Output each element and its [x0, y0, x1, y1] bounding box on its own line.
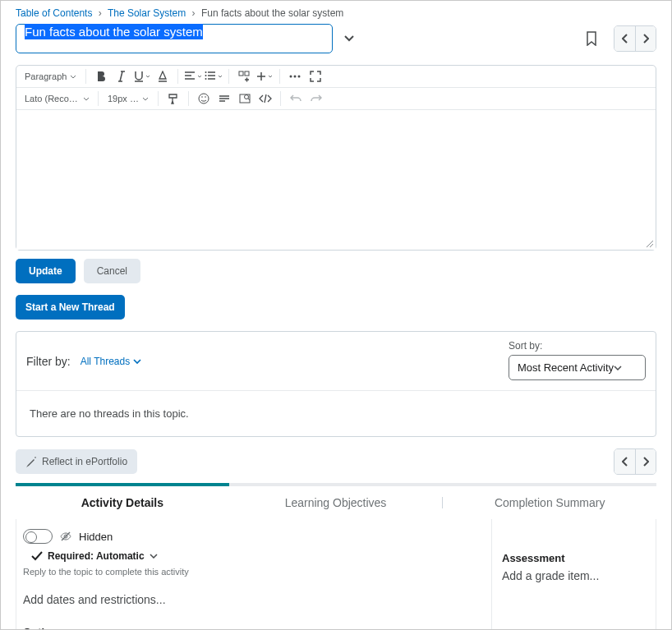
insert-icon: [238, 71, 250, 82]
svg-point-9: [201, 96, 203, 98]
sort-select[interactable]: Most Recent Activity: [509, 355, 646, 380]
prev-button[interactable]: [614, 449, 635, 474]
editor-content[interactable]: [16, 110, 656, 250]
font-select[interactable]: Lato (Recom…: [21, 91, 92, 106]
add-grade-link[interactable]: Add a grade item...: [502, 569, 599, 582]
a11y-icon: [239, 93, 251, 104]
chevron-left-icon: [622, 457, 628, 467]
resize-handle-icon[interactable]: [646, 240, 654, 248]
breadcrumb-link[interactable]: Table of Contents: [16, 7, 92, 19]
svg-point-5: [290, 76, 292, 78]
chevron-down-icon: [344, 35, 354, 42]
emoji-icon: [198, 93, 209, 104]
format-paint-button[interactable]: [164, 90, 182, 108]
fullscreen-icon: [310, 71, 321, 82]
chevron-right-icon: ›: [99, 7, 102, 19]
breadcrumb: Table of Contents › The Solar System › F…: [1, 1, 671, 24]
chevron-down-icon: [133, 359, 141, 364]
reflect-button[interactable]: Reflect in ePortfolio: [16, 449, 137, 474]
empty-threads-message: There are no threads in this topic.: [16, 391, 656, 436]
svg-point-6: [294, 76, 297, 78]
italic-button[interactable]: [113, 67, 131, 85]
svg-point-2: [205, 78, 207, 80]
fullscreen-button[interactable]: [306, 67, 324, 85]
completion-help: Reply to the topic to complete this acti…: [23, 567, 485, 577]
svg-rect-3: [239, 71, 243, 76]
activity-details-panel: Hidden Required: Automatic Reply to the …: [16, 519, 656, 630]
check-icon: [31, 551, 43, 561]
source-button[interactable]: [256, 90, 274, 108]
undo-button[interactable]: [287, 90, 305, 108]
equation-button[interactable]: [215, 90, 233, 108]
underline-button[interactable]: [133, 67, 151, 85]
editor-toolbar-2: Lato (Recom… 19px …: [16, 88, 656, 110]
details-tabs: Activity Details Learning Objectives Com…: [16, 483, 656, 519]
sort-label: Sort by:: [509, 340, 646, 352]
underline-icon: [134, 71, 144, 82]
svg-point-0: [205, 71, 207, 73]
chevron-down-icon: [83, 97, 89, 101]
rich-text-editor: Paragraph Lato (Recom… 19px …: [16, 65, 656, 251]
editor-toolbar-1: Paragraph: [16, 66, 656, 88]
threads-panel: Filter by: All Threads Sort by: Most Rec…: [16, 331, 656, 437]
list-button[interactable]: [205, 67, 223, 85]
prev-button[interactable]: [614, 26, 635, 51]
cancel-button[interactable]: Cancel: [84, 259, 140, 283]
svg-point-12: [244, 95, 248, 99]
section-nav: [614, 448, 656, 475]
tab-completion-summary[interactable]: Completion Summary: [443, 486, 656, 519]
emoji-button[interactable]: [195, 90, 213, 108]
paragraph-select[interactable]: Paragraph: [21, 69, 80, 84]
redo-button[interactable]: [307, 90, 325, 108]
chevron-left-icon: [622, 34, 628, 44]
visibility-label: Hidden: [79, 531, 113, 543]
chevron-right-icon: [642, 34, 649, 44]
visibility-toggle[interactable]: [23, 529, 53, 544]
format-color-button[interactable]: [154, 67, 172, 85]
chevron-down-icon: [218, 75, 223, 78]
add-dates-link[interactable]: Add dates and restrictions...: [23, 593, 485, 606]
plus-icon: [256, 71, 266, 81]
bold-button[interactable]: [92, 67, 110, 85]
update-button[interactable]: Update: [16, 259, 76, 283]
next-button[interactable]: [635, 26, 656, 51]
text-color-icon: [157, 71, 168, 82]
svg-rect-4: [245, 71, 249, 76]
equation-icon: [219, 94, 230, 103]
tab-activity-details[interactable]: Activity Details: [16, 486, 229, 519]
chevron-down-icon: [614, 366, 622, 370]
code-icon: [259, 94, 272, 103]
content-nav: [614, 25, 656, 52]
size-select[interactable]: 19px …: [104, 91, 152, 106]
tab-learning-objectives[interactable]: Learning Objectives: [229, 486, 443, 519]
title-dropdown[interactable]: [341, 30, 357, 47]
chevron-down-icon: [70, 75, 76, 79]
list-icon: [205, 71, 216, 81]
eye-off-icon: [59, 530, 72, 543]
next-button[interactable]: [635, 449, 656, 474]
bold-icon: [96, 71, 106, 82]
svg-point-8: [199, 94, 209, 103]
accessibility-button[interactable]: [236, 90, 254, 108]
chevron-down-icon: [268, 75, 273, 78]
plus-button[interactable]: [255, 67, 274, 85]
required-label: Required: Automatic: [48, 550, 145, 562]
start-thread-button[interactable]: Start a New Thread: [16, 295, 125, 320]
title-input[interactable]: Fun facts about the solar system: [16, 24, 333, 53]
assessment-heading: Assessment: [502, 552, 646, 564]
chevron-right-icon: ›: [192, 7, 196, 19]
bookmark-icon: [586, 31, 597, 46]
reflect-icon: [25, 456, 37, 467]
chevron-down-icon[interactable]: [150, 554, 158, 559]
svg-point-1: [205, 75, 207, 76]
breadcrumb-link[interactable]: The Solar System: [108, 7, 186, 19]
align-icon: [184, 71, 196, 81]
paint-icon: [168, 93, 179, 104]
bookmark-button[interactable]: [586, 31, 597, 46]
options-heading: Options: [23, 626, 485, 630]
filter-all-threads[interactable]: All Threads: [81, 356, 141, 367]
breadcrumb-current: Fun facts about the solar system: [201, 7, 343, 19]
more-button[interactable]: [286, 67, 304, 85]
insert-button[interactable]: [235, 67, 253, 85]
align-button[interactable]: [184, 67, 202, 85]
